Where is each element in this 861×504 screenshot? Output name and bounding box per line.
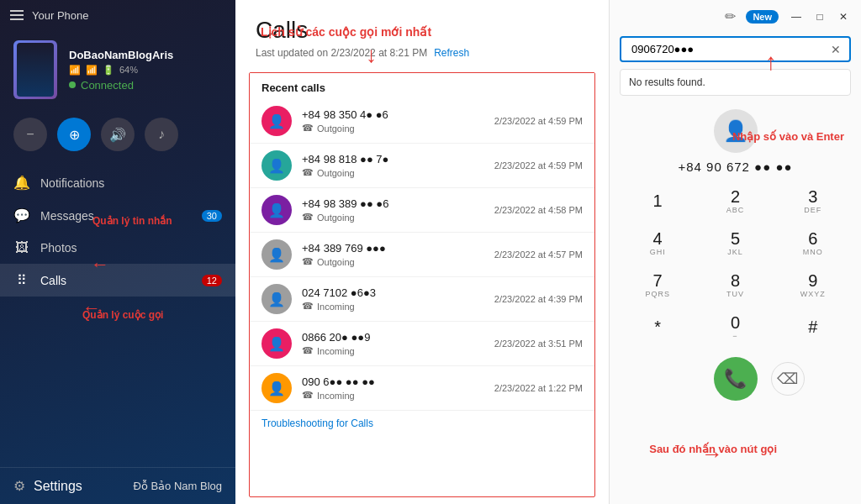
key-number: 4 — [653, 229, 663, 248]
mute-button[interactable]: − — [13, 118, 47, 151]
dial-key-3[interactable]: 3 DEF — [775, 181, 851, 221]
troubleshoot-link[interactable]: Troubleshooting for Calls — [250, 411, 594, 436]
backspace-button[interactable]: ⌫ — [771, 362, 805, 396]
call-item[interactable]: 👤 +84 98 818 ●● 7● ☎ Outgoing 2/23/2022 … — [250, 144, 594, 188]
call-info: 024 7102 ●6●3 ☎ Incoming — [302, 286, 484, 312]
call-direction-icon: ☎ — [302, 345, 314, 356]
call-number: 090 6●● ●● ●● — [302, 375, 484, 388]
call-item[interactable]: 👤 +84 98 389 ●● ●6 ☎ Outgoing 2/23/2022 … — [250, 188, 594, 233]
pencil-button[interactable]: ✏ — [721, 5, 739, 28]
call-item[interactable]: 👤 +84 98 350 4● ●6 ☎ Outgoing 2/23/2022 … — [250, 99, 594, 144]
dial-key-2[interactable]: 2 ABC — [697, 181, 773, 221]
search-bar: ✕ — [620, 36, 851, 62]
call-avatar: 👤 — [261, 373, 292, 403]
hamburger-icon[interactable] — [10, 10, 24, 20]
calls-list-container[interactable]: Recent calls 👤 +84 98 350 4● ●6 ☎ Outgoi… — [249, 72, 595, 497]
call-item[interactable]: 👤 +84 389 769 ●●● ☎ Outgoing 2/23/2022 a… — [250, 233, 594, 277]
call-date: 2/23/2022 at 4:58 PM — [494, 205, 583, 215]
action-buttons: − ⊕ 🔊 ♪ — [0, 109, 235, 160]
search-clear-button[interactable]: ✕ — [829, 41, 843, 58]
call-info: +84 98 350 4● ●6 ☎ Outgoing — [302, 108, 484, 134]
call-direction-label: Outgoing — [317, 257, 355, 267]
call-type: ☎ Incoming — [302, 301, 484, 312]
minimize-button[interactable]: — — [785, 6, 807, 28]
refresh-link[interactable]: Refresh — [434, 47, 469, 59]
dial-key-0[interactable]: 0 − — [697, 307, 773, 347]
contact-avatar: 👤 — [714, 109, 758, 153]
dial-key-9[interactable]: 9 WXYZ — [775, 265, 851, 305]
bluetooth-button[interactable]: ⊕ — [57, 118, 91, 151]
calls-header: Calls Last updated on 2/23/2022 at 8:21 … — [235, 0, 609, 66]
call-direction-icon: ☎ — [302, 301, 314, 312]
dial-key-8[interactable]: 8 TUV — [697, 265, 773, 305]
key-letters: ABC — [726, 206, 745, 214]
person-icon: 👤 — [268, 158, 285, 174]
sidebar-item-photos[interactable]: 🖼 Photos — [0, 232, 235, 264]
sidebar-titlebar: Your Phone — [0, 0, 235, 30]
phone-name: DoBaoNamBlogAris — [69, 49, 173, 61]
call-info: 0866 20● ●●9 ☎ Incoming — [302, 331, 484, 356]
call-type: ☎ Outgoing — [302, 256, 484, 267]
call-number: +84 98 350 4● ●6 — [302, 108, 484, 121]
key-number: 1 — [653, 192, 663, 210]
dial-key-4[interactable]: 4 GHI — [620, 223, 695, 263]
person-icon: 👤 — [268, 381, 285, 396]
connected-row: Connected — [69, 79, 173, 92]
phone-status-row: 📶 📶 🔋 64% — [69, 65, 173, 76]
call-type: ☎ Incoming — [302, 345, 484, 356]
call-type: ☎ Outgoing — [302, 123, 484, 134]
dialer-actions: 📞 ⌫ — [610, 350, 861, 407]
call-direction-label: Incoming — [317, 346, 355, 356]
maximize-button[interactable]: □ — [809, 6, 831, 28]
calls-list: 👤 +84 98 350 4● ●6 ☎ Outgoing 2/23/2022 … — [250, 99, 594, 411]
call-button[interactable]: 📞 — [714, 357, 758, 401]
key-number: 6 — [808, 229, 817, 248]
nav-label-calls: Calls — [40, 274, 66, 287]
key-letters: JKL — [727, 248, 743, 256]
volume-button[interactable]: 🔊 — [101, 118, 135, 151]
call-avatar: 👤 — [261, 284, 292, 314]
call-number: +84 389 769 ●●● — [302, 242, 484, 255]
nav-items: 🔔 Notifications 💬 Messages 30 🖼 Photos ⠿… — [0, 166, 235, 467]
key-number: 7 — [653, 271, 663, 290]
person-icon: 👤 — [268, 336, 285, 352]
person-icon: 👤 — [268, 247, 285, 263]
dial-key-#[interactable]: # — [775, 307, 851, 347]
contact-avatar-area: 👤 — [610, 102, 861, 156]
right-panel: ✏ New — □ ✕ ✕ No results found. 👤 +84 90… — [609, 0, 861, 504]
sidebar-item-messages[interactable]: 💬 Messages 30 — [0, 199, 235, 232]
call-item[interactable]: 👤 0866 20● ●●9 ☎ Incoming 2/23/2022 at 3… — [250, 322, 594, 366]
sidebar-footer: ⚙ Settings Đỗ Bảo Nam Blog — [0, 467, 235, 504]
dial-key-5[interactable]: 5 JKL — [697, 223, 773, 263]
dial-key-1[interactable]: 1 — [620, 181, 695, 221]
call-item[interactable]: 👤 090 6●● ●● ●● ☎ Incoming 2/23/2022 at … — [250, 366, 594, 411]
dial-key-6[interactable]: 6 MNO — [775, 223, 851, 263]
sidebar-item-calls[interactable]: ⠿ Calls 12 — [0, 264, 235, 297]
battery-icon: 🔋 — [103, 65, 114, 76]
connected-dot — [69, 81, 76, 88]
call-date: 2/23/2022 at 4:59 PM — [494, 116, 583, 126]
call-direction-label: Outgoing — [317, 123, 355, 134]
key-letters: MNO — [803, 248, 823, 256]
key-number: 2 — [731, 187, 740, 206]
call-item[interactable]: 👤 024 7102 ●6●3 ☎ Incoming 2/23/2022 at … — [250, 277, 594, 322]
call-info: +84 98 818 ●● 7● ☎ Outgoing — [302, 153, 484, 178]
call-avatar: 👤 — [261, 328, 292, 359]
call-avatar: 👤 — [261, 195, 292, 225]
dial-key-7[interactable]: 7 PQRS — [620, 265, 695, 305]
key-number: 9 — [808, 271, 817, 290]
call-direction-icon: ☎ — [302, 390, 314, 401]
sidebar-item-notifications[interactable]: 🔔 Notifications — [0, 166, 235, 199]
calls-badge: 12 — [202, 275, 222, 286]
close-button[interactable]: ✕ — [832, 6, 854, 28]
person-icon: 👤 — [268, 291, 285, 307]
settings-icon[interactable]: ⚙ — [13, 478, 25, 494]
search-input[interactable] — [628, 38, 829, 60]
battery-level: 64% — [119, 65, 138, 75]
dial-key-*[interactable]: * — [620, 307, 695, 347]
nav-label-notifications: Notifications — [40, 176, 104, 190]
music-button[interactable]: ♪ — [145, 118, 178, 151]
call-direction-icon: ☎ — [302, 256, 314, 267]
signal-icon: 📶 — [69, 65, 81, 76]
key-number: 5 — [731, 229, 740, 248]
